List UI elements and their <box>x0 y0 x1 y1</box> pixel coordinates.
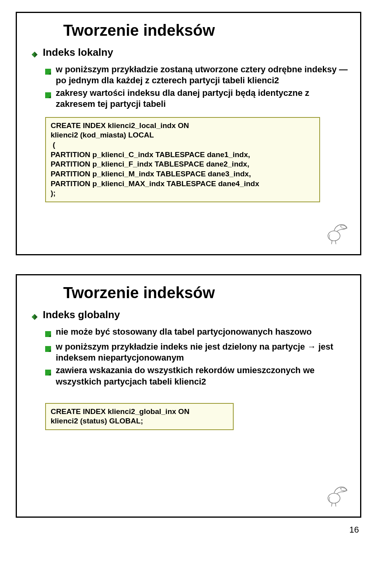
square-icon <box>45 367 51 378</box>
svg-point-3 <box>340 226 342 227</box>
bullet-item: w poniższym przykładzie indeks nie jest … <box>45 341 349 363</box>
square-icon <box>45 66 51 77</box>
svg-marker-1 <box>35 52 38 58</box>
heading-text: Indeks lokalny <box>43 46 113 59</box>
bullet-item: zawiera wskazania do wszystkich rekordów… <box>45 365 349 387</box>
bullet-text: nie może być stosowany dla tabel partycj… <box>56 326 312 337</box>
bullet-item: zakresy wartości indeksu dla danej party… <box>45 88 349 110</box>
svg-line-5 <box>335 240 336 244</box>
bullet-text: zakresy wartości indeksu dla danej party… <box>56 88 349 110</box>
svg-point-2 <box>328 231 340 241</box>
heading-text: Indeks globalny <box>43 309 120 321</box>
diamond-icon <box>31 311 38 323</box>
heading-global-index: Indeks globalny <box>31 309 349 323</box>
pelican-icon <box>322 480 349 508</box>
square-icon <box>45 329 51 340</box>
pelican-icon <box>322 218 349 245</box>
code-block: CREATE INDEX klienci2_local_indx ON klie… <box>45 117 320 203</box>
square-icon <box>45 90 51 101</box>
code-block: CREATE INDEX klienci2_global_inx ON klie… <box>45 403 234 430</box>
slide-2: Tworzenie indeksów Indeks globalny nie m… <box>16 274 361 518</box>
heading-local-index: Indeks lokalny <box>31 46 349 61</box>
bullet-item: nie może być stosowany dla tabel partycj… <box>45 326 349 340</box>
slide-title: Tworzenie indeksów <box>63 284 349 302</box>
bullet-text: zawiera wskazania do wszystkich rekordów… <box>56 365 349 387</box>
svg-line-11 <box>335 503 336 506</box>
page-number: 16 <box>16 525 359 535</box>
bullet-text: w poniższym przykładzie zostaną utworzon… <box>56 64 349 86</box>
bullet-item: w poniższym przykładzie zostaną utworzon… <box>45 64 349 86</box>
square-icon <box>45 344 51 355</box>
slide-title: Tworzenie indeksów <box>63 22 349 39</box>
slide-1: Tworzenie indeksów Indeks lokalny w poni… <box>16 12 361 255</box>
diamond-icon <box>31 49 38 61</box>
svg-marker-7 <box>35 314 38 320</box>
svg-point-8 <box>328 493 340 503</box>
svg-line-4 <box>331 240 332 244</box>
bullet-text: w poniższym przykładzie indeks nie jest … <box>56 341 349 363</box>
svg-line-10 <box>331 503 332 506</box>
svg-point-9 <box>340 488 342 489</box>
